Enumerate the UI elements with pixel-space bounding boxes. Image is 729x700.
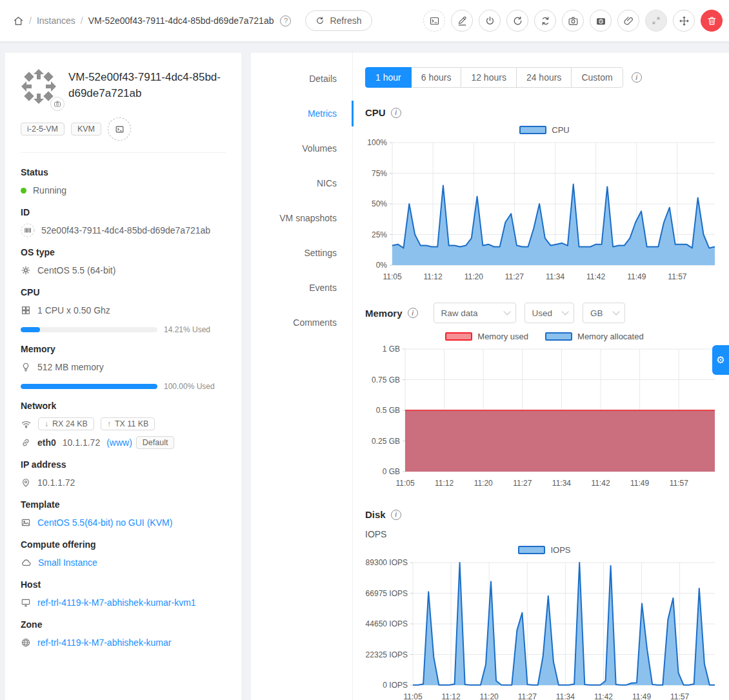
tab-nics[interactable]: NICs xyxy=(251,170,354,196)
paperclip-icon xyxy=(623,15,634,26)
memory-unit-select[interactable]: GB xyxy=(583,303,625,323)
legend-entry[interactable]: IOPS xyxy=(518,545,570,555)
disk-chart-block: Disk i IOPS IOPS 11:0511:1211:2011:2711:… xyxy=(365,509,724,700)
host-label: Host xyxy=(21,579,226,590)
memory-chart-title: Memory xyxy=(365,308,403,319)
offering-link[interactable]: Small Instance xyxy=(38,557,97,568)
breadcrumb-separator: / xyxy=(81,15,83,26)
tab-settings[interactable]: Settings xyxy=(251,240,354,266)
svg-text:0.75 GB: 0.75 GB xyxy=(372,375,400,385)
ostype-label: OS type xyxy=(21,247,226,257)
help-question-icon[interactable]: ? xyxy=(280,15,291,26)
refresh-button[interactable]: Refresh xyxy=(305,10,372,31)
range-24-hours[interactable]: 24 hours xyxy=(516,67,572,88)
reinstall-vm-button[interactable] xyxy=(534,10,556,32)
info-icon: i xyxy=(408,308,418,318)
info-icon[interactable]: i xyxy=(632,72,642,83)
attach-iso-button[interactable] xyxy=(617,10,639,32)
svg-text:50%: 50% xyxy=(372,199,387,208)
take-snapshot-button[interactable] xyxy=(562,10,584,32)
template-field: Template CentOS 5.5(64-bit) no GUI (KVM) xyxy=(21,499,226,530)
arrow-up-icon: ↑ xyxy=(107,419,111,428)
legend-swatch xyxy=(518,546,545,554)
host-link[interactable]: ref-trl-4119-k-M7-abhishek-kumar-kvm1 xyxy=(37,597,196,608)
ip-value: 10.1.1.72 xyxy=(37,477,75,488)
settings-fab[interactable]: ⚙ xyxy=(712,345,729,375)
vm-action-toolbar xyxy=(423,10,723,32)
status-field: Status Running xyxy=(21,167,226,197)
svg-text:11:05: 11:05 xyxy=(403,692,422,700)
tab-comments[interactable]: Comments xyxy=(251,310,354,335)
move-arrows-icon xyxy=(679,15,690,26)
memory-controls: Raw data Used GB xyxy=(434,303,625,323)
legend-swatch xyxy=(445,332,472,341)
svg-text:11:27: 11:27 xyxy=(505,272,524,281)
range-custom[interactable]: Custom xyxy=(571,67,623,88)
memory-metric-select[interactable]: Used xyxy=(524,303,575,323)
tab-events[interactable]: Events xyxy=(251,275,354,301)
picture-icon xyxy=(21,517,31,528)
cpu-chart-title: CPU xyxy=(365,107,386,118)
range-1-hour[interactable]: 1 hour xyxy=(365,67,412,88)
arrow-down-icon: ↓ xyxy=(45,419,48,428)
cpu-progress-bar xyxy=(21,327,157,332)
vm-snapshot-button[interactable] xyxy=(590,10,612,32)
home-icon[interactable] xyxy=(13,15,24,26)
zone-link[interactable]: ref-trl-4119-k-M7-abhishek-kumar xyxy=(37,637,171,648)
tab-details[interactable]: Details xyxy=(251,66,354,92)
migrate-vm-button[interactable] xyxy=(673,10,695,32)
info-icon: i xyxy=(391,108,401,118)
pencil-icon xyxy=(457,15,468,26)
trash-icon xyxy=(706,15,717,26)
time-range-row: 1 hour 6 hours 12 hours 24 hours Custom … xyxy=(365,67,724,88)
offering-field: Compute offering Small Instance xyxy=(21,539,226,570)
scale-vm-button[interactable] xyxy=(645,10,667,32)
svg-text:1 GB: 1 GB xyxy=(383,345,400,354)
memory-chart-legend: Memory usedMemory allocated xyxy=(365,330,724,343)
memory-field: Memory 512 MB memory 100.00% Used xyxy=(21,344,226,391)
tab-vm-snapshots[interactable]: VM snapshots xyxy=(251,205,354,231)
svg-text:11:49: 11:49 xyxy=(632,692,651,700)
cpu-chart-legend: CPU xyxy=(365,123,724,136)
console-chip-button[interactable] xyxy=(108,117,131,141)
console-button[interactable] xyxy=(423,10,445,32)
cloud-icon xyxy=(21,557,32,568)
legend-entry[interactable]: Memory used xyxy=(445,332,528,341)
appstore-grid-icon xyxy=(21,305,31,315)
legend-entry[interactable]: Memory allocated xyxy=(545,332,644,341)
breadcrumb-current-vm: VM-52e00f43-7911-4dc4-85bd-d69de7a721ab xyxy=(88,15,274,26)
ostype-value: CentOS 5.5 (64-bit) xyxy=(37,265,115,275)
cpu-field: CPU 1 CPU x 0.50 Ghz 14.21% Used xyxy=(21,287,226,334)
reboot-vm-button[interactable] xyxy=(506,10,528,32)
svg-text:0 GB: 0 GB xyxy=(383,467,400,476)
cpu-chart: CPU 11:0511:1211:2011:2711:3411:4211:491… xyxy=(365,123,724,286)
link-icon xyxy=(21,437,31,448)
tab-volumes[interactable]: Volumes xyxy=(251,135,354,161)
svg-text:100%: 100% xyxy=(367,138,387,147)
destroy-vm-button[interactable] xyxy=(701,10,723,32)
memory-data-mode-select[interactable]: Raw data xyxy=(434,303,516,323)
os-logo-icon xyxy=(21,265,31,275)
divider xyxy=(21,152,226,153)
cpu-chart-block: CPU i CPU 11:0511:1211:2011:2711:3411:42… xyxy=(365,107,724,286)
change-icon-camera-badge[interactable] xyxy=(50,97,65,111)
svg-text:0.25 GB: 0.25 GB xyxy=(372,437,400,446)
range-12-hours[interactable]: 12 hours xyxy=(461,67,516,88)
barcode-icon xyxy=(21,223,35,237)
legend-entry[interactable]: CPU xyxy=(519,125,569,135)
camera-icon xyxy=(568,15,579,26)
nic-ip: 10.1.1.72 xyxy=(63,437,100,448)
legend-label: CPU xyxy=(552,125,569,135)
memory-progress-bar xyxy=(21,384,157,389)
svg-text:89300 IOPS: 89300 IOPS xyxy=(366,558,408,567)
edit-button[interactable] xyxy=(451,10,473,32)
status-value: Running xyxy=(33,185,66,195)
memory-used-percent: 100.00% Used xyxy=(164,382,215,391)
nic-network-link[interactable]: (www) xyxy=(106,437,132,448)
tab-metrics[interactable]: Metrics xyxy=(251,101,354,126)
stop-vm-button[interactable] xyxy=(479,10,501,32)
breadcrumb-instances[interactable]: Instances xyxy=(37,15,75,26)
range-6-hours[interactable]: 6 hours xyxy=(411,67,462,88)
gear-icon: ⚙ xyxy=(716,354,724,365)
template-link[interactable]: CentOS 5.5(64-bit) no GUI (KVM) xyxy=(37,517,172,528)
